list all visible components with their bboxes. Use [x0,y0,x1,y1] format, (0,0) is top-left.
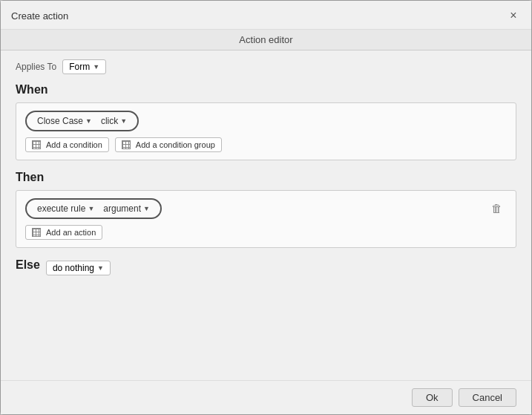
create-action-dialog: Create action × Action editor Applies To… [0,0,532,415]
then-label: Then [16,171,516,184]
when-label: When [16,83,516,97]
dialog-body: Applies To Form ▼ When Close Case ▼ clic… [1,50,531,380]
then-outlined-group: execute rule ▼ argument ▼ [25,198,162,219]
add-action-label: Add an action [46,228,96,237]
action-dropdown[interactable]: click ▼ [98,114,130,128]
when-section-box: Close Case ▼ click ▼ Add a condition Ad [16,102,516,160]
ok-button[interactable]: Ok [412,388,453,407]
then-action-row: execute rule ▼ argument ▼ 🗑 [25,198,507,219]
rule-label: execute rule [37,203,85,214]
applies-to-caret: ▼ [93,63,99,71]
action-editor-bar: Action editor [1,30,531,50]
then-inner: execute rule ▼ argument ▼ [25,198,162,219]
add-condition-group-label: Add a condition group [136,140,215,149]
else-dropdown[interactable]: do nothing ▼ [46,261,111,275]
add-condition-group-button[interactable]: Add a condition group [115,137,222,152]
title-bar: Create action × [1,1,531,30]
action-caret: ▼ [120,117,127,125]
argument-caret: ▼ [143,205,150,212]
add-condition-label: Add a condition [46,140,102,149]
else-caret: ▼ [97,264,104,272]
add-condition-button[interactable]: Add a condition [25,137,109,152]
when-outlined-group: Close Case ▼ click ▼ [25,111,139,131]
then-section-box: execute rule ▼ argument ▼ 🗑 [16,190,516,248]
when-add-row: Add a condition Add a condition group [25,137,507,152]
rule-dropdown[interactable]: execute rule ▼ [34,202,97,215]
close-button[interactable]: × [506,8,521,23]
applies-to-row: Applies To Form ▼ [16,59,516,74]
add-action-icon [32,228,41,237]
add-condition-group-icon [122,140,131,149]
dialog-title: Create action [11,10,68,22]
action-editor-label: Action editor [239,34,292,45]
argument-label: argument [103,203,141,214]
event-caret: ▼ [85,117,92,125]
else-label: Else [16,258,40,272]
then-add-row: Add an action [25,225,507,240]
applies-to-value: Form [69,62,90,72]
add-condition-icon [32,140,41,149]
action-label: click [101,116,118,126]
event-label: Close Case [37,116,83,126]
argument-dropdown[interactable]: argument ▼ [100,202,153,215]
event-dropdown[interactable]: Close Case ▼ [34,114,95,128]
else-value: do nothing [53,263,94,273]
trash-icon: 🗑 [491,202,502,215]
delete-action-button[interactable]: 🗑 [487,200,507,217]
applies-to-label: Applies To [16,62,56,72]
applies-to-dropdown[interactable]: Form ▼ [62,59,106,74]
else-row: Else do nothing ▼ [16,258,516,278]
add-action-button[interactable]: Add an action [25,225,102,240]
cancel-button[interactable]: Cancel [459,388,516,407]
when-condition-row: Close Case ▼ click ▼ [25,111,507,131]
dialog-footer: Ok Cancel [1,380,531,414]
rule-caret: ▼ [88,205,94,212]
